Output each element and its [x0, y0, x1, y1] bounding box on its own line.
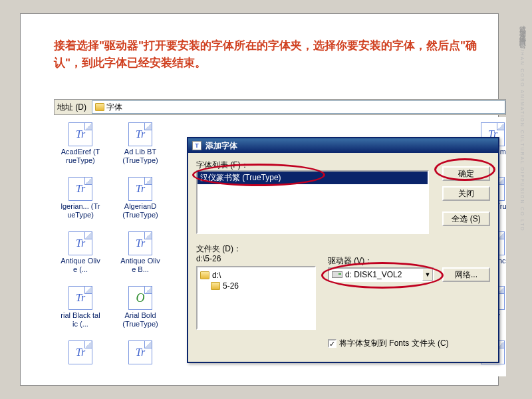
- address-label: 地址 (D): [55, 102, 89, 113]
- font-file[interactable]: Trrial Black talic (...: [61, 286, 100, 329]
- font-row: Trrial Black talic (... OArial Bold (Tru…: [61, 286, 160, 329]
- drive-icon: [332, 271, 342, 278]
- font-list-item-selected[interactable]: 汉仪篆书繁 (TrueType): [198, 172, 428, 184]
- checkbox-label: 将字体复制到 Fonts 文件夹 (C): [339, 338, 449, 349]
- folder-icon: [200, 271, 209, 279]
- selectall-button[interactable]: 全选 (S): [442, 211, 490, 226]
- copy-fonts-checkbox[interactable]: ✓ 将字体复制到 Fonts 文件夹 (C): [328, 338, 449, 349]
- watermark: 武汉可塑动漫文化传播有限公司 WUHAN COSO ANIMATION CULT…: [517, 20, 527, 232]
- drive-label: 驱动器 (V)：: [328, 255, 372, 267]
- font-file[interactable]: OArial Bold (TrueType): [120, 286, 160, 329]
- font-file[interactable]: TrAd Lib BT (TrueType): [120, 122, 160, 165]
- font-row: Trlgerian... (TrueType) TrAlgerianD (Tru…: [61, 177, 160, 219]
- tree-root[interactable]: d:\: [200, 270, 312, 281]
- drive-combo[interactable]: d: DISK1_VOL2 ▼: [328, 267, 434, 282]
- font-list[interactable]: 汉仪篆书繁 (TrueType): [196, 170, 429, 234]
- font-row: TrAntique Olive (... TrAntique Olive B..…: [61, 231, 160, 274]
- address-bar: 地址 (D) 字体: [54, 99, 506, 115]
- font-row: Tr Tr: [61, 340, 160, 366]
- folder-icon: [211, 282, 220, 290]
- font-file[interactable]: Tr: [120, 340, 160, 366]
- folder-icon: [95, 103, 104, 111]
- font-file[interactable]: Tr: [61, 340, 100, 366]
- address-field[interactable]: 字体: [92, 100, 505, 114]
- dialog-icon: T: [192, 141, 201, 150]
- font-file[interactable]: TrAcadEref (TrueType): [61, 122, 100, 165]
- network-button[interactable]: 网络...: [442, 267, 490, 282]
- chevron-down-icon[interactable]: ▼: [422, 269, 433, 281]
- fontlist-label: 字体列表 (F)：: [196, 160, 249, 171]
- folder-path: d:\5-26: [196, 254, 221, 263]
- folder-label: 文件夹 (D)：: [196, 243, 241, 255]
- drive-selected: d: DISK1_VOL2: [329, 270, 422, 279]
- tree-child[interactable]: 5-26: [200, 281, 312, 291]
- folder-tree[interactable]: d:\ 5-26: [196, 266, 316, 330]
- checkbox-icon: ✓: [328, 339, 336, 348]
- font-file[interactable]: TrAlgerianD (TrueType): [120, 177, 160, 219]
- slide-frame: 接着选择"驱动器"打开要安装的字体所在的字体夹，选择你要安装的字体，然后点"确认…: [20, 13, 499, 386]
- fonts-folder-view: TrAcadEref (TrueType) TrAd Lib BT (TrueT…: [54, 117, 506, 376]
- add-fonts-dialog: T 添加字体 字体列表 (F)： 汉仪篆书繁 (TrueType) 确定 关闭 …: [187, 137, 499, 363]
- close-button[interactable]: 关闭: [442, 186, 490, 201]
- dialog-title: 添加字体: [205, 140, 237, 152]
- ok-button[interactable]: 确定: [442, 166, 490, 181]
- font-file[interactable]: Trlgerian... (TrueType): [61, 177, 100, 219]
- instruction-text: 接着选择"驱动器"打开要安装的字体所在的字体夹，选择你要安装的字体，然后点"确认…: [54, 37, 479, 72]
- font-file[interactable]: TrAntique Olive (...: [61, 231, 100, 274]
- font-file[interactable]: TrAntique Olive B...: [120, 231, 160, 274]
- dialog-titlebar[interactable]: T 添加字体: [188, 138, 498, 153]
- address-value: 字体: [106, 102, 122, 113]
- font-row: TrAcadEref (TrueType) TrAd Lib BT (TrueT…: [61, 122, 160, 165]
